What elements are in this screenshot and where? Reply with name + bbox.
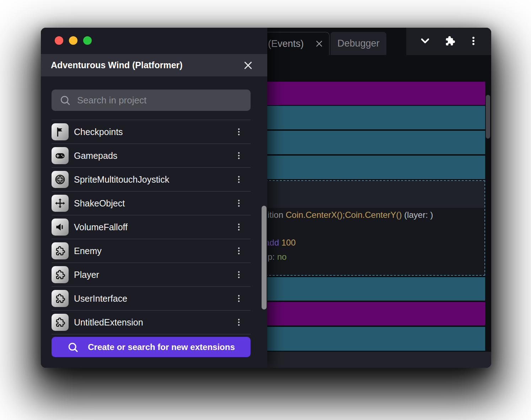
event-action-line: ition Coin.CenterX();Coin.CenterY() (lay…: [268, 210, 433, 220]
list-item-label: UntitledExtension: [74, 311, 143, 334]
search-icon: [67, 341, 79, 353]
puzzle-icon: [52, 242, 69, 259]
code-token: add: [265, 238, 281, 247]
list-item-label: Player: [74, 263, 99, 286]
item-kebab-icon[interactable]: [234, 221, 243, 233]
close-window-button[interactable]: [55, 36, 63, 45]
gamepad-icon: [52, 147, 69, 164]
list-item-label: SpriteMultitouchJoystick: [74, 168, 169, 191]
puzzle-icon: [52, 266, 69, 283]
item-kebab-icon[interactable]: [234, 293, 243, 304]
list-item-gamepads[interactable]: Gamepads: [52, 144, 251, 167]
events-scrollbar[interactable]: [486, 95, 490, 139]
list-item-shakeobject[interactable]: ShakeObject: [52, 191, 251, 215]
flag-icon: [52, 123, 69, 140]
zoom-window-button[interactable]: [83, 36, 92, 45]
search-input[interactable]: [76, 95, 244, 106]
list-item-enemy[interactable]: Enemy: [52, 239, 251, 263]
extensions-list: Checkpoints Gamepads: [52, 120, 251, 334]
tabbar-right-controls: [406, 28, 491, 55]
item-kebab-icon[interactable]: [234, 245, 243, 257]
chevron-down-icon[interactable]: [419, 34, 431, 49]
list-item-player[interactable]: Player: [52, 263, 251, 286]
screenshot-stage: (Events) Debugger: [0, 0, 531, 420]
event-action-line: add 100: [265, 238, 296, 248]
code-token: (layer: ): [402, 210, 433, 220]
item-kebab-icon[interactable]: [234, 269, 243, 280]
puzzle-icon: [52, 290, 69, 307]
kebab-menu-icon[interactable]: [468, 36, 479, 48]
code-token: ition: [268, 210, 286, 220]
project-search-box[interactable]: [52, 90, 251, 111]
panel-title: Adventurous Wind (Platformer): [51, 60, 183, 70]
event-action-line: p: no: [268, 252, 286, 262]
code-token: 100: [281, 238, 296, 247]
code-token: no: [277, 252, 287, 262]
list-item-volumefalloff[interactable]: VolumeFalloff: [52, 215, 251, 239]
item-kebab-icon[interactable]: [234, 150, 243, 161]
cta-label: Create or search for new extensions: [88, 342, 235, 352]
app-window: (Events) Debugger: [41, 28, 491, 368]
item-kebab-icon[interactable]: [234, 174, 243, 185]
tab-debugger-label: Debugger: [337, 38, 380, 49]
item-kebab-icon[interactable]: [234, 198, 243, 209]
code-token: Coin.CenterY(): [345, 210, 402, 220]
list-item-checkpoints[interactable]: Checkpoints: [52, 120, 251, 144]
item-kebab-icon[interactable]: [234, 126, 243, 138]
panel-scrollbar[interactable]: [262, 206, 267, 309]
list-item-label: ShakeObject: [74, 192, 125, 215]
minimize-window-button[interactable]: [69, 36, 77, 45]
search-icon: [59, 95, 71, 106]
extensions-panel: Adventurous Wind (Platformer) Checkpoint…: [41, 28, 267, 368]
list-item-spritemultitouchjoystick[interactable]: SpriteMultitouchJoystick: [52, 167, 251, 191]
tab-close-icon[interactable]: [314, 39, 324, 49]
item-kebab-icon[interactable]: [234, 317, 243, 328]
joystick-icon: [52, 171, 69, 188]
code-token: p:: [268, 252, 277, 262]
list-item-userinterface[interactable]: UserInterface: [52, 286, 251, 310]
create-or-search-extensions-button[interactable]: Create or search for new extensions: [52, 337, 251, 357]
list-item-untitledextension[interactable]: UntitledExtension: [52, 310, 251, 334]
code-token: Coin.CenterX(): [286, 210, 343, 220]
list-item-label: VolumeFalloff: [74, 215, 128, 239]
list-item-label: UserInterface: [74, 287, 127, 310]
puzzle-icon: [52, 314, 69, 331]
tab-events-label: (Events): [268, 38, 304, 49]
panel-header: Adventurous Wind (Platformer): [41, 54, 267, 76]
puzzle-extensions-icon[interactable]: [444, 35, 456, 48]
list-item-label: Enemy: [74, 239, 102, 263]
list-item-label: Checkpoints: [74, 120, 123, 144]
tab-debugger[interactable]: Debugger: [331, 32, 386, 55]
list-item-label: Gamepads: [74, 144, 117, 167]
speaker-icon: [52, 219, 69, 236]
move-arrows-icon: [52, 195, 69, 212]
window-controls: [55, 36, 92, 45]
close-panel-icon[interactable]: [243, 60, 253, 71]
